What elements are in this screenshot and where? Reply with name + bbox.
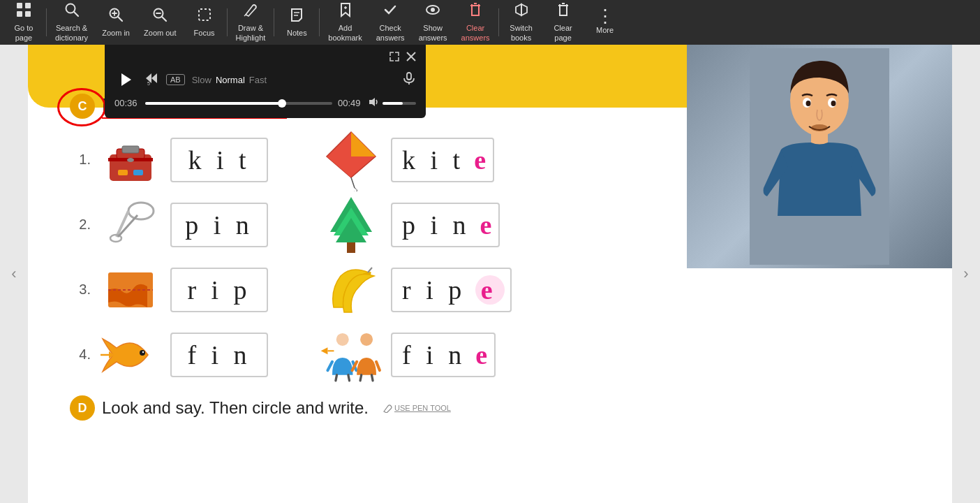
svg-line-55 [368,268,372,272]
player-main-controls: 5 AB Slow Normal Fast [114,68,416,91]
svg-line-44 [351,177,355,188]
speed-slow-button[interactable]: Slow [192,75,211,85]
row-4-right-base: f i n [392,334,475,376]
sep-1 [46,8,47,36]
svg-point-60 [336,333,349,345]
player-expand-button[interactable] [389,52,399,64]
svg-line-64 [348,374,350,380]
webcam-overlay [687,45,952,268]
player-progress-row: 00:36 00:49 [114,96,416,110]
speed-normal-button[interactable]: Normal [216,75,245,85]
zoom-out-icon [152,7,168,26]
sep-3 [274,8,274,36]
player-close-button[interactable] [406,52,416,64]
svg-rect-13 [199,9,210,20]
progress-bar[interactable] [145,102,332,105]
volume-icon [369,96,380,110]
zoom-in-label: Zoom in [102,29,130,38]
row-4-number: 4. [70,347,91,363]
svg-rect-38 [118,170,128,175]
progress-thumb[interactable] [278,99,286,108]
speed-fast-button[interactable]: Fast [249,75,267,85]
row-1-left-image [99,130,162,189]
pen-tool-link[interactable]: USE PEN TOOL [383,403,451,413]
svg-rect-36 [122,146,139,153]
current-time: 00:36 [114,98,140,108]
row-3-left-image [99,260,162,319]
svg-rect-0 [17,3,22,8]
book-content: 5 AB Slow Normal Fast 0 [28,45,952,503]
svg-line-61 [327,361,332,370]
toolbar-check-answers[interactable]: Checkanswers [369,0,412,45]
rewind-button[interactable]: 5 [144,71,159,89]
toolbar-show-answers[interactable]: Showanswers [412,0,454,45]
svg-point-77 [806,101,811,106]
clear-answers-icon [468,2,483,21]
toolbar-search-dictionary[interactable]: Search &dictionary [48,0,95,45]
svg-line-63 [336,374,337,380]
toolbar-zoom-in[interactable]: Zoom in [95,0,137,45]
svg-text:5: 5 [147,81,150,86]
row-2-left-image [99,195,162,254]
svg-line-68 [360,374,362,380]
svg-point-65 [360,333,373,345]
nav-prev-button[interactable]: ‹ [0,45,28,503]
row-2-right-e: e [480,204,499,246]
speed-controls: Slow Normal Fast [192,75,267,85]
grid-icon [16,2,31,21]
toolbar-notes[interactable]: Notes [276,0,318,45]
row-4-left-image [99,325,162,384]
nav-next-button[interactable]: › [952,45,980,503]
row-4-right-word: f i n e [391,333,496,377]
toolbar-add-bookmark[interactable]: Addbookmark [321,0,369,45]
svg-marker-70 [321,347,328,354]
toolbar-clear-answers[interactable]: Clearanswers [454,0,497,45]
zoom-in-icon [108,7,124,26]
toolbar-switch-books[interactable]: Switchbooks [500,0,542,45]
toolbar-focus[interactable]: Focus [184,0,225,45]
left-arrow-icon: ‹ [11,265,16,283]
row-1-number: 1. [70,152,91,168]
toolbar-more[interactable]: ⋮ More [584,0,626,45]
word-row-3: 3. r i p [70,260,931,319]
toolbar-zoom-out[interactable]: Zoom out [137,0,183,45]
toolbar-clear-page[interactable]: Clearpage [542,0,584,45]
volume-fill [383,102,403,105]
go-to-page-label: Go to page [15,24,34,42]
svg-point-78 [831,101,836,106]
sep-2 [227,8,228,36]
svg-marker-29 [151,73,157,83]
switch-books-label: Switchbooks [510,24,532,42]
row-3-right-base: r i p [392,269,475,311]
player-top-controls [114,52,416,64]
row-4-left-word: f i n [170,333,268,377]
toolbar: Go to page Search &dictionary Zoom in [0,0,980,45]
play-button[interactable] [114,68,137,91]
svg-point-79 [811,124,828,131]
row-2-right-word: p i n e [391,203,500,247]
toolbar-draw-highlight[interactable]: Draw &Highlight [229,0,273,45]
row-3-number: 3. [70,282,91,298]
section-d-header: D Look and say. Then circle and write. U… [70,395,931,421]
search-dictionary-label: Search &dictionary [55,24,88,42]
volume-bar[interactable] [383,102,416,105]
row-1-right-word: k i t e [391,138,494,182]
switch-books-icon [514,2,529,21]
draw-highlight-label: Draw &Highlight [236,24,266,42]
svg-point-20 [431,8,435,12]
sep-5 [498,8,499,36]
row-3-right-e: e [475,275,505,305]
microphone-button[interactable] [402,71,416,89]
svg-rect-3 [25,11,31,17]
row-2-right-base: p i n [392,204,480,246]
toolbar-go-to-page[interactable]: Go to page [3,0,45,45]
svg-rect-52 [347,242,355,253]
row-2-right-image [320,195,383,254]
row-4-right-image [320,325,383,384]
svg-line-7 [118,17,122,21]
clear-answers-label: Clearanswers [461,24,490,42]
ab-badge[interactable]: AB [166,74,185,85]
row-2-number: 2. [70,217,91,233]
svg-rect-1 [25,3,31,8]
svg-point-56 [140,350,145,356]
